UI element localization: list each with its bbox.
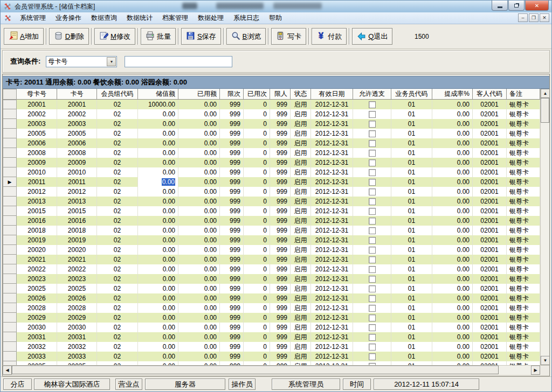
- grid-cell[interactable]: 2012-12-31: [311, 361, 353, 365]
- overdraft-checkbox[interactable]: [369, 111, 376, 118]
- grid-cell[interactable]: 20009: [57, 158, 97, 167]
- row-selector[interactable]: [3, 148, 17, 158]
- grid-cell[interactable]: 01: [391, 293, 432, 303]
- grid-cell[interactable]: 999: [220, 361, 244, 365]
- grid-cell[interactable]: 启用: [291, 284, 311, 293]
- grid-cell[interactable]: 0: [244, 313, 270, 323]
- row-selector[interactable]: [3, 284, 17, 293]
- grid-cell[interactable]: 0.00: [432, 323, 473, 332]
- table-row[interactable]: 2003120031020.000.009990999启用2012-12-310…: [3, 332, 540, 342]
- grid-cell[interactable]: 02: [97, 206, 138, 216]
- grid-cell[interactable]: 20029: [17, 313, 57, 323]
- grid-cell[interactable]: 999: [220, 129, 244, 138]
- grid-cell[interactable]: 启用: [291, 235, 311, 245]
- grid-cell[interactable]: 02: [97, 109, 138, 119]
- grid-cell[interactable]: 01: [391, 119, 432, 129]
- grid-cell[interactable]: 启用: [291, 323, 311, 332]
- close-button[interactable]: ✕: [525, 1, 549, 11]
- grid-cell[interactable]: 999: [220, 342, 244, 352]
- table-row[interactable]: 2001820018020.000.009990999启用2012-12-310…: [3, 226, 540, 235]
- grid-cell[interactable]: 20003: [57, 119, 97, 129]
- grid-cell[interactable]: 启用: [291, 245, 311, 255]
- grid-cell[interactable]: 银尊卡: [507, 100, 540, 109]
- grid-cell[interactable]: 0.00: [178, 138, 220, 148]
- table-row[interactable]: 2002120021020.000.009990999启用2012-12-310…: [3, 255, 540, 264]
- row-selector[interactable]: [3, 264, 17, 274]
- grid-cell[interactable]: [353, 303, 391, 313]
- grid-cell[interactable]: 2012-12-31: [311, 167, 353, 177]
- menu-item-data-query[interactable]: 数据查询: [86, 12, 122, 24]
- grid-cell[interactable]: 02: [97, 332, 138, 342]
- grid-cell[interactable]: 02: [97, 323, 138, 332]
- column-header-储值额[interactable]: 储值额: [138, 89, 178, 100]
- grid-cell[interactable]: 999: [220, 293, 244, 303]
- overdraft-checkbox[interactable]: [369, 218, 376, 225]
- grid-cell[interactable]: 0.00: [178, 206, 220, 216]
- grid-cell[interactable]: 999: [220, 245, 244, 255]
- horizontal-scrollbar[interactable]: ◀ ▶: [3, 365, 549, 374]
- vertical-scroll-track[interactable]: [541, 123, 549, 356]
- grid-cell[interactable]: 0: [244, 148, 270, 158]
- grid-cell[interactable]: 20021: [57, 255, 97, 264]
- table-row[interactable]: 2001020010020.000.009990999启用2012-12-310…: [3, 167, 540, 177]
- grid-cell[interactable]: [353, 361, 391, 365]
- grid-cell[interactable]: 20002: [17, 109, 57, 119]
- grid-cell[interactable]: 2012-12-31: [311, 264, 353, 274]
- grid-cell[interactable]: 02001: [473, 245, 507, 255]
- grid-cell[interactable]: 01: [391, 187, 432, 197]
- grid-cell[interactable]: 02: [97, 284, 138, 293]
- grid-cell[interactable]: 999: [220, 148, 244, 158]
- grid-cell[interactable]: 0.00: [138, 197, 178, 206]
- grid-cell[interactable]: 02: [97, 197, 138, 206]
- editing-cell[interactable]: 0.00: [138, 177, 178, 187]
- grid-cell[interactable]: 999: [270, 187, 291, 197]
- vertical-scrollbar[interactable]: ▲ ▼: [540, 89, 549, 365]
- grid-cell[interactable]: 0.00: [178, 255, 220, 264]
- grid-cell[interactable]: 02: [97, 187, 138, 197]
- overdraft-checkbox[interactable]: [369, 169, 376, 176]
- table-row[interactable]: 2001620016020.000.009990999启用2012-12-310…: [3, 216, 540, 226]
- grid-cell[interactable]: 0.00: [178, 119, 220, 129]
- grid-cell[interactable]: [353, 100, 391, 109]
- grid-cell[interactable]: [353, 323, 391, 332]
- grid-cell[interactable]: 0.00: [432, 167, 473, 177]
- grid-cell[interactable]: 20033: [17, 352, 57, 361]
- grid-cell[interactable]: 02: [97, 303, 138, 313]
- grid-cell[interactable]: 02001: [473, 264, 507, 274]
- grid-cell[interactable]: 2012-12-31: [311, 206, 353, 216]
- overdraft-checkbox[interactable]: [369, 334, 376, 341]
- grid-cell[interactable]: 0.00: [178, 148, 220, 158]
- grid-cell[interactable]: 999: [270, 303, 291, 313]
- overdraft-checkbox[interactable]: [369, 101, 376, 108]
- grid-cell[interactable]: 0.00: [178, 323, 220, 332]
- grid-cell[interactable]: 20006: [17, 138, 57, 148]
- grid-cell[interactable]: [353, 167, 391, 177]
- grid-cell[interactable]: 0.00: [178, 100, 220, 109]
- overdraft-checkbox[interactable]: [369, 179, 376, 186]
- grid-cell[interactable]: 2012-12-31: [311, 197, 353, 206]
- grid-cell[interactable]: 0: [244, 284, 270, 293]
- grid-cell[interactable]: 999: [270, 197, 291, 206]
- grid-cell[interactable]: 20016: [17, 216, 57, 226]
- grid-cell[interactable]: 02: [97, 361, 138, 365]
- grid-cell[interactable]: 0: [244, 167, 270, 177]
- row-selector[interactable]: [3, 342, 17, 352]
- grid-cell[interactable]: [353, 177, 391, 187]
- grid-cell[interactable]: 0.00: [432, 245, 473, 255]
- grid-cell[interactable]: 0.00: [178, 284, 220, 293]
- grid-cell[interactable]: 银尊卡: [507, 177, 540, 187]
- grid-cell[interactable]: 20012: [17, 187, 57, 197]
- grid-cell[interactable]: [353, 352, 391, 361]
- grid-cell[interactable]: [353, 129, 391, 138]
- row-selector[interactable]: [3, 119, 17, 129]
- grid-cell[interactable]: 2012-12-31: [311, 226, 353, 235]
- grid-cell[interactable]: 0: [244, 226, 270, 235]
- grid-cell[interactable]: 银尊卡: [507, 167, 540, 177]
- grid-cell[interactable]: [353, 109, 391, 119]
- scroll-right-icon[interactable]: ▶: [531, 366, 540, 375]
- row-selector[interactable]: [3, 187, 17, 197]
- grid-cell[interactable]: 0: [244, 255, 270, 264]
- overdraft-checkbox[interactable]: [369, 314, 376, 321]
- grid-cell[interactable]: 999: [270, 264, 291, 274]
- grid-cell[interactable]: 银尊卡: [507, 284, 540, 293]
